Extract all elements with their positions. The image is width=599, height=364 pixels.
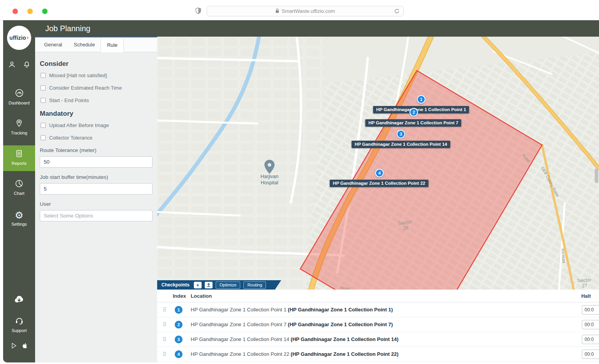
bell-icon[interactable]	[23, 60, 31, 70]
drag-handle-icon[interactable]: ⠿	[163, 322, 173, 328]
row-index-badge: 1	[175, 306, 183, 314]
window-close-button[interactable]	[12, 9, 18, 14]
page-title: Job Planning	[35, 20, 599, 37]
url-text: SmartWaste.uffizio.com	[282, 8, 335, 14]
halt-input[interactable]	[582, 320, 599, 329]
sidebar-item-label: Settings	[11, 222, 27, 226]
row-index-badge: 3	[175, 336, 183, 343]
app-content: uffizio Dashboard	[0, 20, 599, 364]
sidebar-item-dashboard[interactable]: Dashboard	[3, 88, 35, 105]
routing-button[interactable]: Routing	[243, 281, 266, 289]
row-index-badge: 4	[175, 350, 183, 358]
upload-after-before-image-checkbox[interactable]	[41, 123, 46, 128]
sidebar-item-label: Reports	[12, 161, 27, 166]
map-marker-4[interactable]: 4	[375, 169, 384, 177]
buffer-time-input[interactable]	[40, 183, 152, 194]
start-end-points-checkbox[interactable]	[41, 98, 46, 103]
checkpoints-toolbar: Checkpoints + Optimize Routing	[157, 280, 281, 290]
app-window: SmartWaste.uffizio.com uffizio	[0, 0, 599, 364]
checkbox-label: Collector Tolerance	[49, 135, 92, 141]
route-tolerance-label: Route Tolerance (meter)	[40, 147, 152, 153]
drag-handle-icon[interactable]: ⠿	[163, 336, 173, 343]
collection-point-7-label: HP Gandhinagar Zone 1 Collection Point 7	[365, 119, 461, 127]
sector-27-label: Sector 27	[577, 277, 592, 289]
user-select-input[interactable]	[40, 210, 152, 221]
sidebar-item-label: Support	[12, 328, 27, 333]
row-location: HP Gandhinagar Zone 1 Collection Point 2…	[191, 351, 599, 357]
row-index-badge: 2	[175, 321, 183, 329]
panel-tabs: General Schedule Rule	[35, 37, 157, 52]
apple-icon[interactable]	[21, 341, 28, 352]
tab-general[interactable]: General	[38, 37, 68, 52]
sidebar-item-settings[interactable]: ⚙ Settings	[3, 210, 35, 226]
collector-tolerance-checkbox[interactable]	[41, 135, 46, 140]
sidebar-item-reports[interactable]: Reports	[3, 145, 35, 171]
lock-icon	[275, 8, 279, 14]
estimated-reach-time-checkbox[interactable]	[41, 85, 46, 90]
checkpoints-tab[interactable]: Checkpoints	[161, 282, 190, 288]
tracking-pin-icon	[14, 118, 24, 129]
address-bar[interactable]: SmartWaste.uffizio.com	[207, 6, 404, 16]
row-location: HP Gandhinagar Zone 1 Collection Point 7…	[191, 322, 599, 327]
checkbox-label: Start - End Points	[49, 97, 89, 103]
map-marker-1[interactable]: 1	[417, 95, 425, 104]
google-play-icon[interactable]	[10, 342, 18, 351]
chart-pie-icon	[14, 179, 24, 189]
job-planning-panel: General Schedule Rule Consider Missed [H…	[35, 37, 157, 362]
table-row: ⠿ 1 HP Gandhinagar Zone 1 Collection Poi…	[157, 302, 599, 317]
checkpoints-table-header: Index Location Halt	[157, 290, 599, 302]
halt-input[interactable]	[582, 335, 599, 344]
index-column-header: Index	[173, 293, 191, 299]
consider-section-title: Consider	[40, 60, 152, 68]
collection-point-14-label: HP Gandhinagar Zone 1 Collection Point 1…	[352, 141, 450, 148]
drag-handle-icon[interactable]: ⠿	[163, 351, 173, 357]
sidebar-item-tracking[interactable]: Tracking	[3, 118, 35, 135]
page-header: Job Planning	[35, 20, 599, 37]
sidebar: uffizio Dashboard	[3, 20, 35, 362]
halt-input[interactable]	[582, 350, 599, 359]
optimize-button[interactable]: Optimize	[216, 281, 240, 289]
sidebar-item-chart[interactable]: Chart	[3, 179, 35, 196]
sector-26-label: Sector 26	[398, 219, 414, 232]
window-minimize-button[interactable]	[27, 9, 33, 14]
uffizio-logo: uffizio	[7, 26, 31, 50]
table-row: ⠿ 3 HP Gandhinagar Zone 1 Collection Poi…	[157, 332, 599, 347]
route-tolerance-input[interactable]	[40, 156, 152, 168]
sidebar-item-label: Chart	[14, 191, 25, 196]
user-label: User	[40, 201, 152, 207]
reports-document-icon	[14, 149, 24, 159]
checkbox-label: Upload After Before Image	[49, 122, 109, 128]
map-marker-3[interactable]: 3	[397, 130, 405, 138]
user-icon[interactable]	[8, 60, 16, 70]
sidebar-item-label: Dashboard	[9, 101, 30, 105]
tab-schedule[interactable]: Schedule	[68, 37, 101, 52]
collection-point-1-label: HP Gandhinagar Zone 1 Collection Point 1	[373, 106, 469, 113]
upload-checkpoints-button[interactable]	[205, 282, 213, 288]
map-scrollbar-thumb[interactable]	[595, 168, 598, 183]
buffer-time-label: Job start buffer time(minutes)	[40, 174, 152, 180]
sidebar-item-support[interactable]: Support	[3, 316, 35, 333]
poi-harjivan-hospital: Harjivan Hospital	[261, 174, 278, 186]
row-location: HP Gandhinagar Zone 1 Collection Point 1…	[191, 336, 599, 342]
table-row: ⠿ 2 HP Gandhinagar Zone 1 Collection Poi…	[157, 317, 599, 332]
settings-gear-icon: ⚙	[15, 210, 23, 220]
collection-point-22-label: HP Gandhinagar Zone 1 Collection Point 2…	[330, 180, 429, 187]
tab-rule[interactable]: Rule	[101, 37, 124, 52]
halt-input[interactable]	[582, 305, 599, 315]
refresh-icon[interactable]	[394, 8, 400, 15]
location-column-header: Location	[191, 293, 576, 299]
drag-handle-icon[interactable]: ⠿	[163, 307, 173, 313]
dashboard-gauge-icon	[14, 88, 24, 99]
halt-column-header: Halt	[576, 293, 599, 299]
map-marker-2[interactable]: 2	[409, 108, 418, 117]
cloud-download-button[interactable]	[13, 294, 25, 306]
checkpoints-table: Index Location Halt ⠿ 1 HP Gandhinagar Z…	[157, 290, 599, 362]
browser-toolbar: SmartWaste.uffizio.com	[0, 0, 599, 20]
missed-checkbox[interactable]	[41, 73, 46, 78]
support-headset-icon	[14, 316, 24, 326]
window-zoom-button[interactable]	[42, 9, 48, 14]
add-checkpoint-button[interactable]: +	[194, 282, 202, 288]
map-canvas[interactable]: Harjivan Hospital Sector 26 Sector 27 GE…	[157, 37, 599, 362]
sidebar-item-label: Tracking	[11, 131, 27, 135]
shield-icon[interactable]	[195, 7, 201, 16]
